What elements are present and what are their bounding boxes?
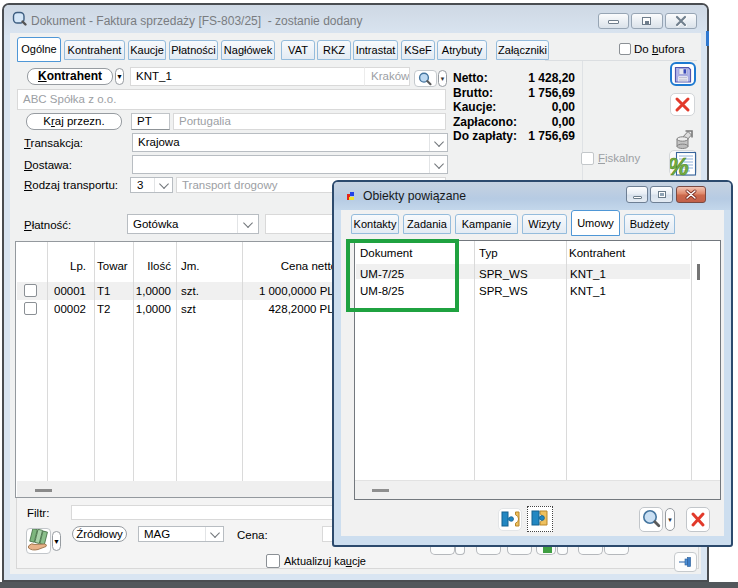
svg-text:%: % xyxy=(670,153,689,177)
